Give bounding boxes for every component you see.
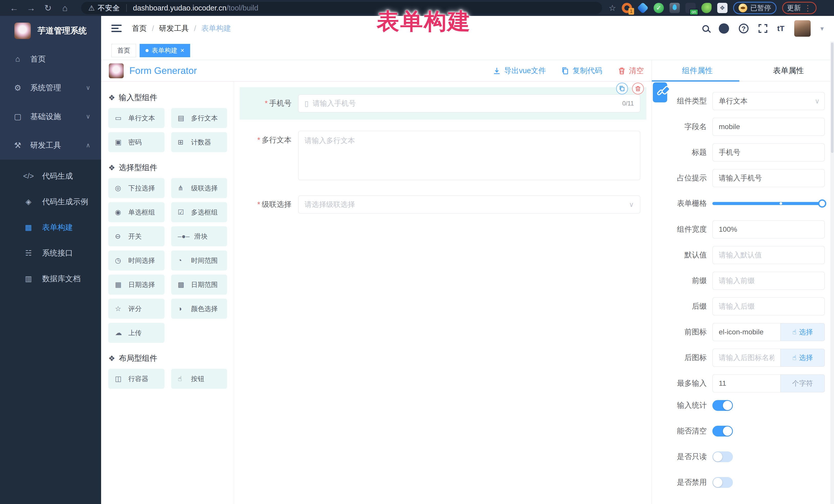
palette-item-time-range[interactable]: ◔时间范围 <box>171 250 227 270</box>
palette-item-button[interactable]: ☝按钮 <box>171 369 227 389</box>
max-length-input[interactable] <box>712 374 781 392</box>
sidebar-item-form-builder[interactable]: ▦ 表单构建 <box>0 215 101 240</box>
tab-component-props[interactable]: 组件属性 <box>652 60 743 81</box>
sidebar-item-code-demo[interactable]: ◈ 代码生成示例 <box>0 189 101 215</box>
palette-item-row-container[interactable]: ◫行容器 <box>108 369 164 389</box>
extension-gem-icon[interactable] <box>637 2 649 14</box>
palette-item-single-text[interactable]: ▭单行文本 <box>108 108 164 128</box>
profile-paused-badge[interactable]: 已暂停 <box>733 2 776 14</box>
canvas-field-textarea[interactable]: *多行文本 请输入多行文本 <box>240 131 646 180</box>
tag-close-icon[interactable]: × <box>180 46 184 54</box>
textarea-input[interactable]: 请输入多行文本 <box>298 131 640 180</box>
url-path[interactable]: /tool/build <box>226 4 258 12</box>
title-input[interactable] <box>712 144 825 161</box>
readonly-toggle[interactable] <box>712 452 733 462</box>
search-icon[interactable] <box>702 25 709 32</box>
palette-item-switch[interactable]: ⊖开关 <box>108 226 164 246</box>
sidebar-item-home[interactable]: ⌂ 首页 <box>0 45 101 73</box>
slider-handle[interactable] <box>818 199 826 207</box>
palette-item-upload[interactable]: ☁上传 <box>108 323 164 343</box>
disabled-toggle[interactable] <box>712 477 733 488</box>
palette-item-date-range[interactable]: ▩日期范围 <box>171 275 227 294</box>
back-icon[interactable]: ← <box>7 3 22 13</box>
tag-form-builder[interactable]: 表单构建 × <box>139 44 190 57</box>
browser-menu-icon[interactable]: ⋮ <box>804 4 812 13</box>
prefix-icon-choose-button[interactable]: ☝ 选择 <box>781 323 825 341</box>
bookmark-star-icon[interactable]: ☆ <box>609 3 616 13</box>
address-bar[interactable]: ⚠ 不安全 dashboard.yudao.iocoder.cn /tool/b… <box>81 2 602 14</box>
scrollbar-thumb[interactable] <box>831 43 833 153</box>
copy-code-button[interactable]: 复制代码 <box>561 66 602 76</box>
page-scrollbar[interactable] <box>830 42 834 504</box>
component-type-select[interactable]: ∨ <box>712 92 825 110</box>
breadcrumb-current: 表单构建 <box>201 23 231 34</box>
suffix-icon-input[interactable] <box>712 349 781 367</box>
link-handle-button[interactable] <box>653 82 667 103</box>
export-vue-button[interactable]: 导出vue文件 <box>493 66 546 76</box>
palette-item-cascader[interactable]: ⋔级联选择 <box>171 178 227 198</box>
collapse-menu-icon[interactable] <box>111 25 122 32</box>
palette-item-password[interactable]: ▣密码 <box>108 132 164 152</box>
fullscreen-icon[interactable] <box>758 24 768 33</box>
palette-section-layout: ❖ 布局型组件 <box>108 353 227 364</box>
workbench: Form Generator 导出vue文件 复制代码 <box>101 60 834 504</box>
suffix-input[interactable] <box>712 298 825 315</box>
duplicate-field-button[interactable] <box>616 83 628 94</box>
extension-check-icon[interactable] <box>654 3 664 13</box>
palette-item-slider[interactable]: –●–滑块 <box>171 226 227 246</box>
user-avatar[interactable] <box>794 20 811 37</box>
forward-icon[interactable]: → <box>24 3 39 13</box>
prefix-input[interactable] <box>712 272 825 290</box>
clearable-toggle[interactable] <box>712 426 733 437</box>
sidebar-item-devtools[interactable]: ⚒ 研发工具 ∧ <box>0 131 101 160</box>
extension-leaf-icon[interactable] <box>701 3 711 13</box>
extension-switch-icon[interactable]: on <box>685 3 696 13</box>
cascader-select[interactable]: 请选择级联选择 ∨ <box>298 196 640 214</box>
extension-drop-icon[interactable] <box>670 3 680 13</box>
github-icon[interactable] <box>719 23 729 34</box>
palette-item-date-picker[interactable]: ▦日期选择 <box>108 275 164 294</box>
sidebar-item-code-gen[interactable]: </> 代码生成 <box>0 163 101 189</box>
help-icon[interactable]: ? <box>739 24 749 34</box>
form-grid-slider[interactable] <box>712 202 823 205</box>
palette-item-time-picker[interactable]: ◷时间选择 <box>108 250 164 270</box>
palette-item-dropdown[interactable]: ◎下拉选择 <box>108 178 164 198</box>
prefix-icon-input[interactable] <box>712 323 781 341</box>
tab-form-props[interactable]: 表单属性 <box>743 60 834 81</box>
sidebar-item-system[interactable]: ⚙ 系统管理 ∨ <box>0 73 101 102</box>
sidebar-item-db-doc[interactable]: ▥ 数据库文档 <box>0 266 101 291</box>
palette-item-rate[interactable]: ☆评分 <box>108 299 164 319</box>
default-value-input[interactable] <box>712 246 825 264</box>
reload-icon[interactable]: ↻ <box>41 3 56 13</box>
tag-home[interactable]: 首页 <box>111 44 136 57</box>
chrome-update-button[interactable]: 更新 ⋮ <box>782 2 816 14</box>
component-type-value[interactable] <box>712 92 825 110</box>
home-icon[interactable]: ⌂ <box>58 3 72 13</box>
canvas-field-cascader[interactable]: *级联选择 请选择级联选择 ∨ <box>240 196 646 214</box>
extension-ring-icon[interactable]: 1 <box>622 3 632 13</box>
palette-item-counter[interactable]: ⊞计数器 <box>171 132 227 152</box>
delete-field-button[interactable] <box>632 83 644 94</box>
sidebar-item-api[interactable]: ☵ 系统接口 <box>0 240 101 266</box>
font-size-icon[interactable]: tT <box>777 24 785 33</box>
canvas-field-mobile[interactable]: *手机号 ▯ 请输入手机号 0/11 <box>240 87 646 119</box>
breadcrumb-devtools[interactable]: 研发工具 <box>159 23 189 34</box>
suffix-icon-choose-button[interactable]: ☝ 选择 <box>781 349 825 367</box>
palette-item-checkbox-group[interactable]: ☑多选框组 <box>171 202 227 222</box>
palette-item-radio-group[interactable]: ◉单选框组 <box>108 202 164 222</box>
mobile-input[interactable]: ▯ 请输入手机号 0/11 <box>298 94 640 112</box>
width-input[interactable] <box>712 220 825 238</box>
clear-button[interactable]: 清空 <box>618 66 644 76</box>
sidebar-item-infra[interactable]: ▢ 基础设施 ∨ <box>0 102 101 131</box>
palette-item-textarea[interactable]: ▤多行文本 <box>171 108 227 128</box>
not-secure-label[interactable]: 不安全 <box>98 3 120 13</box>
field-name-input[interactable] <box>712 118 825 136</box>
url-host[interactable]: dashboard.yudao.iocoder.cn <box>133 4 226 12</box>
show-count-toggle[interactable] <box>712 400 733 411</box>
avatar-caret-icon[interactable]: ▾ <box>820 25 824 32</box>
breadcrumb-home[interactable]: 首页 <box>132 23 147 34</box>
extensions-puzzle-icon[interactable] <box>717 3 727 13</box>
app-logo-block[interactable]: 芋道管理系统 <box>0 16 101 45</box>
palette-item-color-picker[interactable]: ◑颜色选择 <box>171 299 227 319</box>
placeholder-input[interactable] <box>712 169 825 187</box>
